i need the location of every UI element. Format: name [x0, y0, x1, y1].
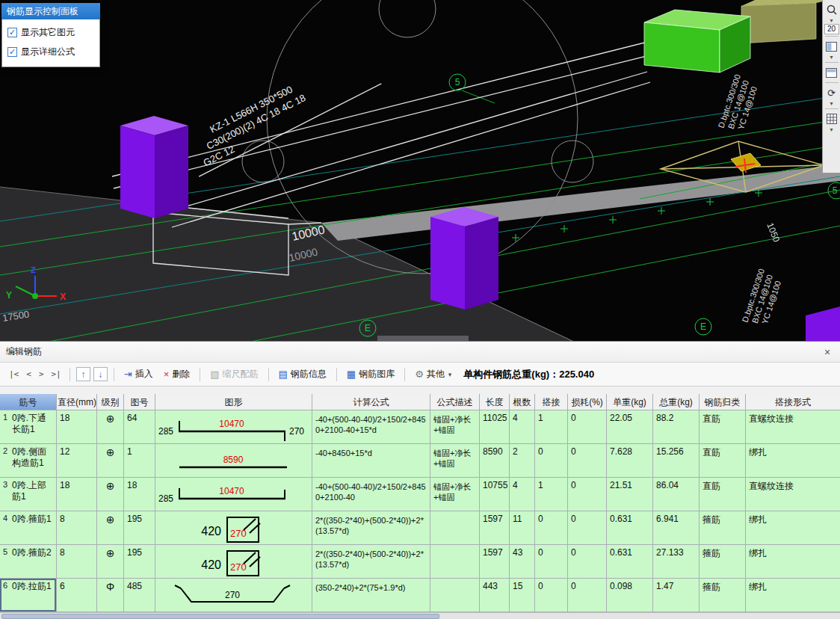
cell-loss[interactable]: 0: [568, 511, 607, 545]
cell-bar-name[interactable]: 5 0跨.箍筋2: [0, 545, 57, 579]
cell-shape[interactable]: 285 10470 270: [155, 410, 312, 444]
col-header-shape[interactable]: 图形: [155, 394, 312, 410]
cell-category[interactable]: 箍筋: [700, 579, 746, 612]
cell-category[interactable]: 直筋: [700, 444, 746, 478]
cell-category[interactable]: 箍筋: [700, 511, 746, 545]
cell-lap[interactable]: 0: [535, 444, 568, 478]
other-button[interactable]: ⚙ 其他 ▾: [410, 366, 456, 382]
cell-grade[interactable]: ⊕: [97, 511, 124, 545]
cell-loss[interactable]: 0: [568, 410, 607, 444]
cell-length[interactable]: 1597: [480, 511, 510, 545]
cell-loss[interactable]: 0: [568, 478, 607, 511]
cell-lap-type[interactable]: 绑扎: [746, 444, 840, 478]
cell-lap-type[interactable]: 绑扎: [746, 545, 840, 579]
cell-fig-no[interactable]: 18: [124, 478, 155, 511]
col-header-bar-no[interactable]: 筋号: [0, 394, 57, 410]
cell-diameter[interactable]: 18: [57, 410, 97, 444]
column-purple-1[interactable]: [120, 116, 188, 218]
panel-title[interactable]: 钢筋显示控制面板: [1, 3, 100, 19]
cell-total-weight[interactable]: 86.04: [653, 478, 700, 511]
chevron-down-icon[interactable]: ▾: [830, 18, 833, 24]
box-olive[interactable]: [741, 0, 830, 43]
first-row-button[interactable]: |<: [6, 368, 22, 381]
box-green[interactable]: [644, 10, 750, 73]
column-purple-2[interactable]: [430, 207, 498, 310]
cell-grade[interactable]: ⊕: [97, 410, 124, 444]
cell-lap[interactable]: 0: [535, 545, 568, 579]
col-header-loss[interactable]: 损耗(%): [568, 394, 607, 410]
cell-length[interactable]: 10755: [480, 478, 510, 511]
table-grid-icon[interactable]: [824, 111, 840, 127]
cell-shape[interactable]: 420 270: [155, 545, 312, 579]
checkbox-icon[interactable]: ✓: [7, 47, 17, 57]
cell-diameter[interactable]: 6: [57, 579, 97, 612]
move-up-button[interactable]: ↑: [76, 367, 90, 381]
cell-category[interactable]: 箍筋: [700, 545, 746, 579]
cell-grade[interactable]: ⊕: [97, 478, 124, 511]
cell-grade[interactable]: ⊕: [97, 444, 124, 478]
chevron-down-icon[interactable]: ▾: [830, 127, 833, 133]
cell-count[interactable]: 11: [510, 511, 535, 545]
cell-formula[interactable]: -40+(500-40-40)/2+150/2+8450+2100-40+15*…: [312, 410, 430, 444]
checkbox-show-other-elements[interactable]: ✓ 显示其它图元: [7, 26, 94, 39]
cell-formula-desc[interactable]: 锚固+净长+锚固: [430, 410, 480, 444]
cell-shape[interactable]: 285 10470: [155, 478, 312, 511]
cell-length[interactable]: 8590: [480, 444, 510, 478]
cell-bar-name[interactable]: 3 0跨.上部筋1: [0, 478, 57, 511]
cell-formula-desc[interactable]: 锚固+净长+锚固: [430, 444, 480, 478]
cell-diameter[interactable]: 8: [57, 545, 97, 579]
cell-formula[interactable]: -40+8450+15*d: [312, 444, 430, 478]
chevron-down-icon[interactable]: ▾: [830, 101, 833, 107]
cell-fig-no[interactable]: 195: [124, 511, 155, 545]
cell-fig-no[interactable]: 64: [124, 410, 155, 444]
cell-total-weight[interactable]: 15.256: [653, 444, 700, 478]
viewport-3d[interactable]: KZ-1 L566H 350*500 C30(200)(2) 4C 18 4C …: [0, 0, 840, 341]
cell-shape[interactable]: 270: [155, 579, 312, 612]
prev-row-button[interactable]: <: [23, 368, 34, 381]
cell-total-weight[interactable]: 6.941: [653, 511, 700, 545]
delete-button[interactable]: × 删除: [159, 366, 195, 382]
cell-bar-name[interactable]: 4 0跨.箍筋1: [0, 511, 57, 545]
cell-lap[interactable]: 1: [535, 410, 568, 444]
cell-count[interactable]: 15: [510, 579, 535, 612]
col-header-length[interactable]: 长度: [480, 394, 510, 410]
horizontal-scrollbar[interactable]: [0, 612, 840, 619]
cell-unit-weight[interactable]: 7.628: [607, 444, 653, 478]
cell-lap-type[interactable]: 绑扎: [746, 511, 840, 545]
zoom-value[interactable]: 20: [824, 24, 839, 34]
cell-total-weight[interactable]: 88.2: [653, 410, 700, 444]
cell-diameter[interactable]: 12: [57, 444, 97, 478]
cell-formula-desc[interactable]: [430, 545, 480, 579]
insert-button[interactable]: ⇥ 插入: [120, 366, 158, 382]
cell-bar-name[interactable]: 2 0跨.侧面构造筋1: [0, 444, 57, 478]
cell-fig-no[interactable]: 195: [124, 545, 155, 579]
cell-unit-weight[interactable]: 0.631: [607, 545, 653, 579]
col-header-grade[interactable]: 级别: [97, 394, 124, 410]
cell-unit-weight[interactable]: 0.098: [607, 579, 653, 612]
cell-count[interactable]: 4: [510, 410, 535, 444]
cell-length[interactable]: 1597: [480, 545, 510, 579]
viewport-scrollbar[interactable]: [377, 336, 469, 341]
cell-shape[interactable]: 420 270: [155, 511, 312, 545]
cell-formula[interactable]: 2*((350-2*40)+(500-2*40))+2*(13.57*d): [312, 545, 430, 579]
cell-count[interactable]: 43: [510, 545, 535, 579]
cell-lap-type[interactable]: 绑扎: [746, 579, 840, 612]
checkbox-show-detailed-formula[interactable]: ✓ 显示详细公式: [7, 46, 94, 58]
move-down-button[interactable]: ↓: [93, 367, 108, 381]
cell-grade[interactable]: ⊕: [97, 545, 124, 579]
col-header-fig-no[interactable]: 图号: [124, 394, 155, 410]
cell-formula[interactable]: 2*((350-2*40)+(500-2*40))+2*(13.57*d): [312, 511, 430, 545]
close-icon[interactable]: ×: [821, 346, 834, 358]
column-purple-3[interactable]: [806, 307, 840, 341]
cell-lap[interactable]: 0: [535, 511, 568, 545]
cell-formula-desc[interactable]: [430, 511, 480, 545]
split-view-icon[interactable]: [824, 38, 840, 55]
rebar-info-button[interactable]: ▤ 钢筋信息: [274, 366, 331, 382]
cell-formula-desc[interactable]: 锚固+净长+锚固: [430, 478, 480, 511]
rebar-library-button[interactable]: ▦ 钢筋图库: [342, 366, 399, 382]
cell-grade[interactable]: Φ: [97, 579, 124, 612]
cell-formula[interactable]: (350-2*40)+2*(75+1.9*d): [312, 579, 430, 612]
col-header-total-weight[interactable]: 总重(kg): [653, 394, 700, 410]
cell-formula[interactable]: -40+(500-40-40)/2+150/2+8450+2100-40: [312, 478, 430, 511]
chevron-down-icon[interactable]: ▾: [830, 55, 833, 61]
